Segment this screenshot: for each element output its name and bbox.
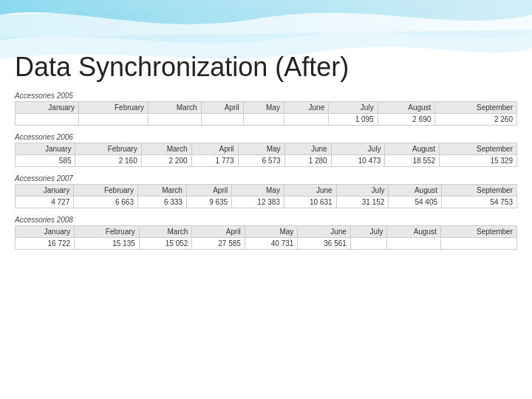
page-content: Data Synchronization (After) Accessories… [0, 0, 532, 265]
column-header: January [16, 185, 74, 197]
table-3: JanuaryFebruaryMarchAprilMayJuneJulyAugu… [15, 225, 517, 250]
section-0: Accessories 2005JanuaryFebruaryMarchApri… [15, 92, 517, 126]
column-header: August [385, 143, 440, 155]
table-row: 16 72215 13515 05227 58540 73136 561 [16, 238, 517, 250]
table-cell: 4 727 [16, 197, 74, 208]
table-row: 4 7276 6636 3339 63512 38310 63131 15254… [16, 197, 517, 208]
tables-container: Accessories 2005JanuaryFebruaryMarchApri… [15, 92, 517, 250]
table-cell [16, 114, 79, 126]
table-cell: 585 [16, 155, 75, 167]
section-label-1: Accessories 2006 [15, 133, 517, 141]
column-header: May [238, 143, 284, 155]
table-cell: 27 585 [192, 238, 245, 250]
column-header: June [298, 226, 351, 238]
column-header: June [284, 143, 331, 155]
table-2: JanuaryFebruaryMarchAprilMayJuneJulyAugu… [15, 184, 517, 208]
table-cell: 54 753 [442, 197, 517, 208]
column-header: March [137, 185, 186, 197]
section-2: Accessories 2007JanuaryFebruaryMarchApri… [15, 174, 517, 208]
column-header: June [284, 185, 336, 197]
table-cell [201, 114, 243, 126]
column-header: August [389, 185, 442, 197]
table-row: 5852 1602 2001 7736 5731 28010 47318 552… [16, 155, 517, 167]
column-header: April [191, 143, 238, 155]
table-cell [284, 114, 328, 126]
column-header: September [442, 185, 517, 197]
column-header: April [192, 226, 245, 238]
column-header: March [141, 143, 191, 155]
table-cell: 16 722 [16, 238, 75, 250]
table-row: 1 0952 6902 260 [16, 114, 517, 126]
table-1: JanuaryFebruaryMarchAprilMayJuneJulyAugu… [15, 143, 517, 167]
table-cell: 1 095 [329, 114, 378, 126]
table-cell: 1 773 [191, 155, 238, 167]
column-header: August [387, 226, 440, 238]
column-header: September [435, 102, 517, 114]
section-3: Accessories 2008JanuaryFebruaryMarchApri… [15, 216, 517, 250]
table-cell: 6 333 [137, 197, 186, 208]
column-header: January [16, 102, 79, 114]
table-cell: 18 552 [385, 155, 440, 167]
table-cell: 36 561 [298, 238, 351, 250]
section-1: Accessories 2006JanuaryFebruaryMarchApri… [15, 133, 517, 167]
table-cell: 6 573 [238, 155, 284, 167]
table-cell: 2 160 [75, 155, 141, 167]
table-cell: 2 690 [378, 114, 435, 126]
table-cell: 54 405 [389, 197, 442, 208]
table-cell: 2 200 [141, 155, 191, 167]
table-cell [243, 114, 284, 126]
table-cell [149, 114, 202, 126]
column-header: January [16, 226, 75, 238]
column-header: July [336, 185, 389, 197]
section-label-0: Accessories 2005 [15, 92, 517, 100]
table-cell: 12 383 [232, 197, 284, 208]
table-cell: 10 631 [284, 197, 336, 208]
column-header: February [75, 143, 141, 155]
column-header: March [139, 226, 192, 238]
column-header: July [350, 226, 387, 238]
column-header: July [331, 143, 385, 155]
column-header: February [78, 102, 148, 114]
column-header: April [201, 102, 243, 114]
table-cell: 15 052 [139, 238, 192, 250]
column-header: August [378, 102, 435, 114]
table-cell: 40 731 [245, 238, 298, 250]
column-header: January [16, 143, 75, 155]
column-header: September [440, 226, 516, 238]
table-cell [350, 238, 387, 250]
table-cell: 6 663 [74, 197, 138, 208]
table-cell [440, 238, 516, 250]
table-cell [387, 238, 440, 250]
column-header: May [245, 226, 298, 238]
column-header: September [440, 143, 517, 155]
table-cell: 31 152 [336, 197, 389, 208]
column-header: February [74, 185, 138, 197]
column-header: July [329, 102, 378, 114]
section-label-2: Accessories 2007 [15, 174, 517, 183]
column-header: March [149, 102, 202, 114]
table-cell: 10 473 [331, 155, 385, 167]
table-cell: 2 260 [435, 114, 517, 126]
table-cell: 15 329 [440, 155, 517, 167]
column-header: May [232, 185, 284, 197]
section-label-3: Accessories 2008 [15, 216, 517, 224]
column-header: June [284, 102, 328, 114]
column-header: May [243, 102, 284, 114]
table-cell: 15 135 [75, 238, 140, 250]
column-header: February [75, 226, 140, 238]
page-title: Data Synchronization (After) [15, 52, 517, 83]
table-cell [78, 114, 148, 126]
table-cell: 1 280 [284, 155, 331, 167]
table-0: JanuaryFebruaryMarchAprilMayJuneJulyAugu… [15, 101, 517, 126]
table-cell: 9 635 [186, 197, 231, 208]
column-header: April [186, 185, 231, 197]
